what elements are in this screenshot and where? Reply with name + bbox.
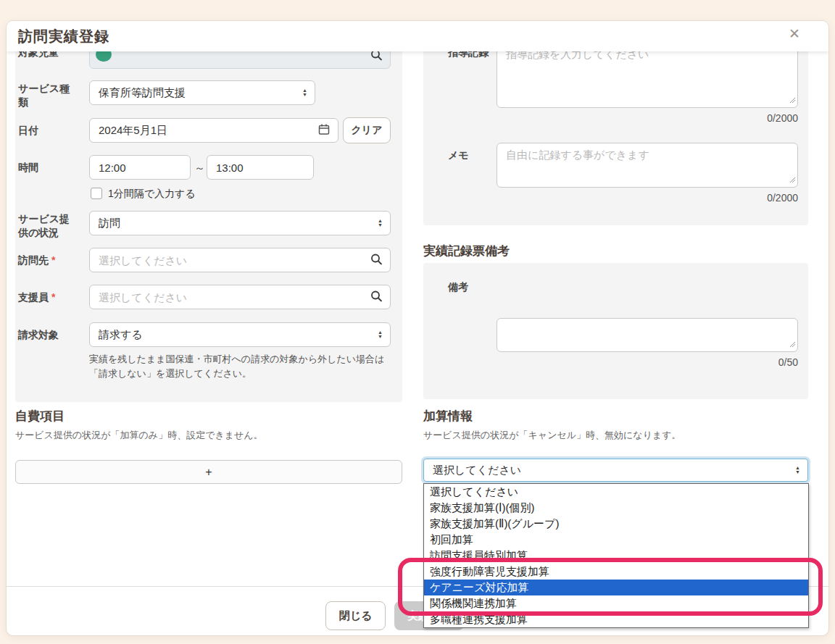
option-intense-behavior-support[interactable]: 強度行動障害児支援加算 (424, 564, 808, 580)
resize-handle-icon[interactable] (789, 338, 796, 350)
option-please-select[interactable]: 選択してください (424, 484, 808, 500)
visit-record-modal: 対象児童 サービス種類 保育所等訪問支援 ▲▼ 日付 クリア 時間 ～ (6, 20, 829, 636)
option-first-time[interactable]: 初回加算 (424, 532, 808, 548)
search-icon (370, 290, 382, 304)
time-end-input[interactable] (207, 155, 314, 180)
time-end-value[interactable] (216, 162, 304, 174)
billing-label: 請求対象 (18, 328, 59, 342)
service-status-value: 訪問 (99, 217, 120, 230)
record-sheet-note-heading: 実績記録票備考 (423, 243, 510, 259)
required-asterisk: * (51, 291, 55, 303)
service-type-label: サービス種類 (18, 82, 79, 109)
one-minute-interval-label: 1分間隔で入力する (108, 188, 196, 201)
option-family-support-1[interactable]: 家族支援加算(Ⅰ)(個別) (424, 500, 808, 516)
memo-textarea[interactable] (497, 143, 798, 188)
support-staff-label: 支援員* (18, 290, 55, 304)
option-care-needs[interactable]: ケアニーズ対応加算 (424, 580, 808, 595)
memo-counter: 0/2000 (497, 192, 798, 204)
time-label: 時間 (18, 161, 38, 175)
addition-info-note: サービス提供の状況が「キャンセル」時、無効になります。 (423, 429, 681, 442)
option-multi-profession-link[interactable]: 多職種連携支援加算 (424, 611, 808, 627)
support-staff-input[interactable] (89, 285, 391, 309)
time-start-input[interactable] (89, 155, 191, 180)
select-arrows-icon: ▲▼ (302, 88, 307, 97)
sheet-note-textarea[interactable] (497, 318, 798, 352)
resize-handle-icon[interactable] (789, 93, 796, 106)
self-pay-heading: 自費項目 (15, 408, 65, 425)
date-value[interactable] (99, 125, 329, 137)
resize-handle-icon[interactable] (789, 173, 796, 185)
visit-destination-label: 訪問先* (18, 254, 55, 267)
billing-value: 請求する (99, 328, 143, 342)
required-asterisk: * (51, 254, 55, 266)
search-icon (370, 254, 382, 267)
select-arrows-icon: ▲▼ (378, 219, 383, 227)
time-separator: ～ (194, 162, 205, 175)
modal-title: 訪問実績登録 (18, 27, 109, 46)
date-label: 日付 (18, 124, 38, 138)
service-status-label: サービス提供の状況 (18, 212, 79, 240)
addition-info-heading: 加算情報 (423, 408, 473, 425)
option-family-support-2[interactable]: 家族支援加算(Ⅱ)(グループ) (424, 516, 808, 532)
time-start-value[interactable] (99, 162, 181, 174)
sheet-note-counter: 0/50 (497, 356, 798, 368)
service-status-select[interactable]: 訪問 ▲▼ (89, 211, 391, 235)
sheet-note-label: 備考 (448, 280, 468, 294)
support-staff-field[interactable] (99, 291, 381, 304)
close-button[interactable]: 閉じる (325, 601, 386, 630)
date-input[interactable] (89, 118, 338, 143)
page-background: 対象児童 サービス種類 保育所等訪問支援 ▲▼ 日付 クリア 時間 ～ (0, 0, 835, 644)
self-pay-note: サービス提供の状況が「加算のみ」時、設定できません。 (15, 429, 263, 442)
close-icon[interactable]: ✕ (785, 25, 804, 43)
addition-options-listbox: 選択してください 家族支援加算(Ⅰ)(個別) 家族支援加算(Ⅱ)(グループ) 初… (423, 483, 809, 628)
service-type-value: 保育所等訪問支援 (99, 86, 186, 100)
billing-select[interactable]: 請求する ▲▼ (89, 322, 391, 347)
option-visit-staff-special[interactable]: 訪問支援員特別加算 (424, 548, 808, 564)
service-type-select[interactable]: 保育所等訪問支援 ▲▼ (89, 80, 315, 105)
select-arrows-icon: ▲▼ (795, 466, 800, 474)
calendar-icon[interactable] (318, 124, 330, 138)
guidance-record-textarea[interactable] (497, 42, 798, 108)
billing-hint: 実績を残したまま国保連・市町村への請求の対象から外したい場合は「請求しない」を選… (89, 352, 389, 380)
modal-header: 訪問実績登録 ✕ (7, 21, 828, 51)
sheet-note-field[interactable] (506, 324, 789, 346)
select-arrows-icon: ▲▼ (378, 330, 383, 339)
memo-field[interactable] (506, 149, 789, 182)
visit-destination-field[interactable] (99, 254, 381, 267)
option-related-agency-link[interactable]: 関係機関連携加算 (424, 595, 808, 611)
guidance-record-counter: 0/2000 (497, 112, 798, 124)
visit-destination-input[interactable] (89, 248, 391, 272)
one-minute-interval-checkbox[interactable] (91, 188, 102, 199)
add-self-pay-item-button[interactable]: + (15, 460, 402, 484)
date-clear-button[interactable]: クリア (343, 117, 391, 143)
guidance-record-field[interactable] (506, 48, 789, 102)
addition-select[interactable]: 選択してください ▲▼ (423, 459, 808, 482)
memo-label: メモ (448, 149, 469, 162)
addition-select-value: 選択してください (433, 464, 521, 477)
